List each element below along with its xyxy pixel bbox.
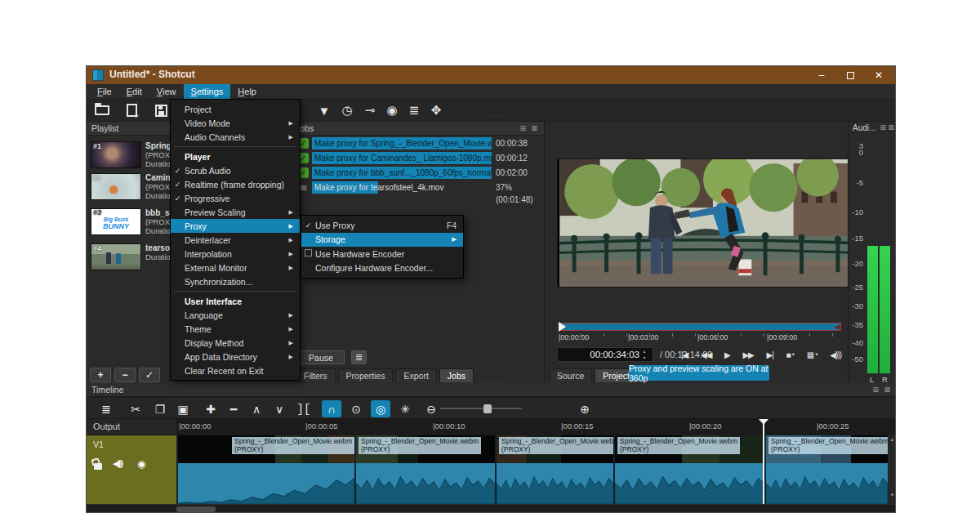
settings-menu-item-external-monitor[interactable]: External Monitor▶ — [171, 261, 300, 274]
timecode-spinner[interactable]: ▴▾ — [639, 348, 650, 361]
settings-menu-item-theme[interactable]: Theme▶ — [171, 322, 300, 336]
tab-export[interactable]: Export — [395, 368, 436, 382]
float-panel-icon[interactable]: ⊞ — [880, 123, 886, 132]
settings-menu-item-display-method[interactable]: Display Method▶ — [171, 336, 300, 350]
settings-menu-item-progressive[interactable]: ✓Progressive — [171, 191, 300, 205]
timeline-clip[interactable]: Spring_-_Blender_Open_Movie.webm(PROXY) — [764, 435, 888, 504]
timeline-vertical-scrollbar[interactable]: ▲▼ — [888, 435, 896, 504]
close-panel-icon[interactable]: ⊠ — [888, 123, 894, 132]
close-panel-icon[interactable]: ⊠ — [531, 124, 539, 132]
ripple-all-tracks-icon[interactable]: ✳ — [395, 400, 415, 417]
timeline-clip[interactable]: Spring_-_Blender_Open_Movie.webm(PROXY) — [613, 435, 764, 504]
settings-menu-item-deinterlacer[interactable]: Deinterlacer▶ — [171, 233, 300, 247]
open-file-icon[interactable] — [91, 101, 113, 119]
toolbar-splitter-dots[interactable]: ····· — [486, 113, 505, 120]
export-icon[interactable]: ◉ — [381, 101, 403, 119]
zoom-in-icon[interactable]: ⊕ — [575, 400, 595, 417]
grid-icon[interactable]: ▦▾ — [807, 350, 817, 359]
proxy-submenu-item-use-proxy[interactable]: ✓Use ProxyF4 — [301, 218, 463, 233]
paste-icon[interactable]: ▣ — [173, 400, 193, 417]
open-other-icon[interactable] — [121, 101, 142, 119]
lock-icon[interactable] — [94, 462, 102, 471]
filters-icon[interactable]: ▼ — [314, 101, 335, 119]
menu-file[interactable]: File — [90, 84, 119, 99]
jobs-stack-icon[interactable]: ≣ — [403, 101, 425, 119]
scroll-up-icon[interactable]: ▲ — [888, 437, 896, 442]
timeline-menu-icon[interactable]: ≣ — [96, 400, 116, 417]
scrollbar-thumb[interactable] — [176, 506, 216, 512]
timeline-playhead[interactable] — [763, 420, 764, 504]
tab-source[interactable]: Source — [549, 368, 592, 382]
scrub-while-dragging-icon[interactable]: ⊙ — [346, 400, 366, 417]
settings-menu-item-audio-channels[interactable]: Audio Channels▶ — [171, 130, 300, 144]
timeline-horizontal-scrollbar[interactable] — [87, 504, 895, 513]
settings-menu-item-clear-recent-on-exit[interactable]: Clear Recent on Exit — [171, 364, 300, 377]
append-button[interactable]: + — [90, 368, 111, 382]
rewind-icon[interactable]: ◀◀ — [701, 350, 711, 359]
timer-icon[interactable]: ◷ — [336, 101, 358, 119]
split-icon[interactable]: ][ — [294, 400, 314, 417]
float-panel-icon[interactable]: ⊞ — [519, 124, 528, 132]
zoom-out-icon[interactable]: ⊖ — [421, 400, 441, 417]
play-icon[interactable]: ▶ — [724, 350, 730, 359]
track-header-v1[interactable]: V1 ◀))) ◉ — [87, 435, 176, 504]
skip-previous-icon[interactable]: |◀ — [681, 350, 688, 359]
proxy-submenu-item-storage[interactable]: Storage▶ — [301, 233, 463, 248]
ripple-delete-icon[interactable]: ━ — [224, 400, 243, 417]
close-panel-icon[interactable]: ⊠ — [884, 386, 892, 394]
title-bar[interactable]: Untitled* - Shotcut – ✕ — [87, 66, 895, 84]
fast-forward-icon[interactable]: ▶▶ — [742, 350, 753, 359]
hide-icon[interactable]: ◉ — [137, 458, 145, 470]
settings-menu-item-synchronization[interactable]: Synchronization... — [171, 274, 300, 288]
timeline-clip[interactable]: Spring_-_Blender_Open_Movie.webm(PROXY) — [176, 435, 354, 504]
volume-icon[interactable]: ◀))) — [830, 350, 841, 359]
float-panel-icon[interactable]: ⊞ — [872, 386, 880, 394]
copy-icon[interactable]: ❐ — [150, 400, 170, 417]
settings-menu-item-realtime-frame-dropping[interactable]: ✓Realtime (frame dropping) — [171, 177, 300, 191]
proxy-submenu-item-use-hardware-encoder[interactable]: Use Hardware Encoder — [301, 247, 463, 261]
fullscreen-icon[interactable]: ✥ — [425, 101, 447, 119]
settings-menu-item-preview-scaling[interactable]: Preview Scaling▶ — [171, 205, 300, 219]
jobs-menu-button[interactable]: ≣ — [351, 350, 367, 364]
cut-icon[interactable]: ✂ — [126, 400, 145, 417]
update-button[interactable]: ✓ — [139, 368, 160, 382]
scroll-down-icon[interactable]: ▼ — [888, 493, 896, 497]
job-row[interactable]: ✓Make proxy for bbb_sunf..._1080p_60fps_… — [295, 166, 544, 180]
overwrite-icon[interactable]: ∨ — [270, 400, 289, 417]
video-preview[interactable] — [557, 158, 854, 288]
tab-properties[interactable]: Properties — [338, 368, 394, 382]
master-track-header[interactable]: Output — [87, 419, 176, 435]
player-scrubber[interactable]: ◀ — [559, 323, 841, 331]
zoom-slider-thumb[interactable] — [483, 404, 492, 413]
menu-settings[interactable]: Settings — [184, 84, 231, 99]
minimize-button[interactable]: – — [808, 66, 835, 84]
close-button[interactable]: ✕ — [866, 66, 892, 84]
skip-next-icon[interactable]: ▶| — [766, 350, 773, 359]
menu-view[interactable]: View — [149, 84, 184, 99]
menu-help[interactable]: Help — [230, 84, 264, 99]
job-row[interactable]: ✓Make proxy for Caminandes_ Llamigos-108… — [295, 151, 544, 165]
timeline-clip[interactable]: Spring_-_Blender_Open_Movie.webm(PROXY) — [354, 435, 495, 504]
proxy-submenu-item-configure-hardware-encoder[interactable]: Configure Hardware Encoder... — [301, 261, 463, 276]
settings-menu-item-project[interactable]: Project — [171, 102, 300, 116]
menu-edit[interactable]: Edit — [119, 84, 149, 99]
save-icon[interactable] — [150, 101, 172, 119]
append-icon[interactable]: ✚ — [201, 400, 220, 417]
maximize-button[interactable] — [837, 66, 863, 84]
settings-menu-item-player[interactable]: Player — [171, 149, 300, 163]
timeline-clip[interactable]: Spring_-_Blender_Open_Movie.webm(PROXY) — [495, 435, 613, 504]
settings-menu-item-video-mode[interactable]: Video Mode▶ — [171, 116, 300, 130]
timeline-ruler[interactable]: |00:00:00|00:00:05|00:00:10|00:00:15|00:… — [176, 419, 895, 435]
settings-menu-item-interpolation[interactable]: Interpolation▶ — [171, 247, 300, 261]
stop-icon[interactable]: ■▾ — [786, 350, 794, 359]
tab-filters[interactable]: Filters — [296, 368, 336, 382]
settings-menu-item-scrub-audio[interactable]: ✓Scrub Audio — [171, 163, 300, 177]
scrubber-playhead-icon[interactable] — [559, 322, 566, 332]
plug-icon[interactable]: ⊸ — [359, 101, 381, 119]
settings-menu-item-language[interactable]: Language▶ — [171, 308, 300, 322]
settings-menu-item-proxy[interactable]: Proxy▶ — [171, 219, 300, 233]
snap-icon[interactable]: ∩ — [322, 400, 341, 417]
remove-button[interactable]: − — [114, 368, 136, 382]
player-time-ruler[interactable]: |00:00:00|00:03:00|00:06:00|00:09:00 — [559, 333, 841, 345]
tab-jobs[interactable]: Jobs — [439, 368, 474, 382]
